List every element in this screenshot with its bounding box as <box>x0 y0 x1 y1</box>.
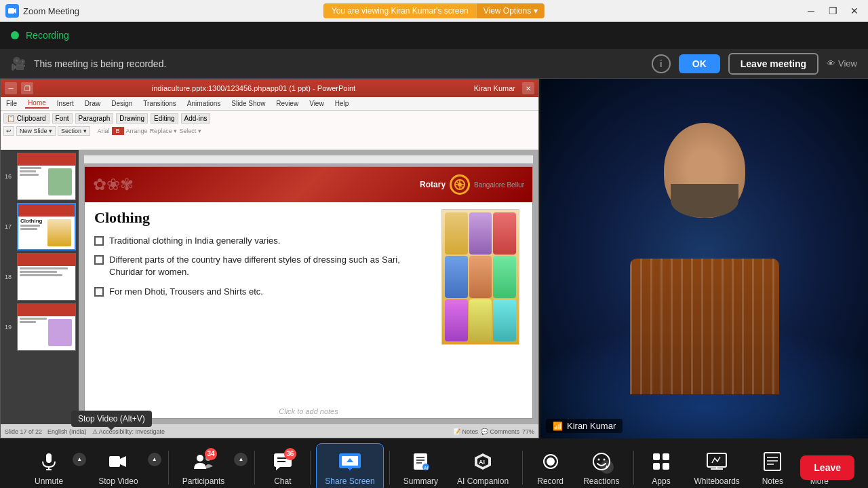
whiteboards-icon <box>705 449 729 474</box>
video-arrow[interactable]: ▲ <box>148 453 161 466</box>
share-screen-button[interactable]: Share Screen <box>316 443 383 489</box>
comments-btn[interactable]: 💬 Comments <box>481 428 519 435</box>
ppt-close[interactable]: ✕ <box>522 82 534 94</box>
reactions-arrow[interactable]: ▲ <box>600 460 614 474</box>
slide-thumb-18[interactable] <box>17 253 76 301</box>
toolbar-clipboard[interactable]: 📋 Clipboard <box>3 113 50 124</box>
svg-rect-41 <box>663 463 669 470</box>
zoom-logo-icon <box>5 4 19 18</box>
slide-thumb-17[interactable]: Clothing <box>17 203 76 250</box>
svg-text:AI: AI <box>424 466 429 470</box>
record-button[interactable]: Record <box>528 444 572 489</box>
svg-marker-1 <box>14 8 16 14</box>
share-screen-label: Share Screen <box>325 476 374 486</box>
apps-button[interactable]: Apps <box>639 444 684 489</box>
participants-arrow[interactable]: ▲ <box>234 453 248 466</box>
ai-companion-button[interactable]: AI AI Companion <box>449 444 517 489</box>
chat-button[interactable]: 36 Chat <box>260 444 304 489</box>
ppt-toolbar: 📋 Clipboard Font Paragraph Drawing Editi… <box>1 111 538 150</box>
ribbon-design[interactable]: Design <box>108 99 135 108</box>
summary-button[interactable]: AI Summary <box>395 444 446 489</box>
ribbon-transitions[interactable]: Transitions <box>140 99 179 108</box>
rotary-subtitle: Bangalore Bellur <box>474 181 524 189</box>
unmute-button[interactable]: Unmute <box>26 444 71 489</box>
record-icon <box>538 449 563 474</box>
svg-rect-45 <box>764 453 781 470</box>
toolbar-paragraph[interactable]: Paragraph <box>75 113 114 124</box>
chat-label: Chat <box>274 476 291 486</box>
divider-6 <box>633 451 634 485</box>
ribbon-file[interactable]: File <box>3 99 20 108</box>
toolbar-addins[interactable]: Add-ins <box>181 113 211 124</box>
notes-label: Notes <box>762 476 783 486</box>
video-panel: 📶 Kiran Kumar <box>540 79 868 438</box>
whiteboards-button[interactable]: Whiteboards <box>686 444 748 489</box>
view-toggle-button[interactable]: 👁 View <box>827 58 857 69</box>
ppt-minimize[interactable]: ─ <box>5 82 17 94</box>
toolbar-undo: ↩ <box>3 126 14 136</box>
ribbon-home[interactable]: Home <box>25 98 49 109</box>
chevron-down-icon: ▾ <box>534 6 538 16</box>
ribbon-slideshow[interactable]: Slide Show <box>229 99 268 108</box>
ribbon-draw[interactable]: Draw <box>82 99 103 108</box>
svg-point-34 <box>547 457 555 466</box>
recording-label: Recording <box>26 30 69 41</box>
stop-video-button[interactable]: Stop Video <box>90 444 146 489</box>
toolbar-editing[interactable]: Editing <box>151 113 178 124</box>
leave-button[interactable]: Leave <box>800 455 854 480</box>
close-button[interactable]: ✕ <box>846 3 863 19</box>
slide-bullet-2: Different parts of the country have diff… <box>94 254 435 278</box>
sari-fig-6 <box>493 256 516 298</box>
minimize-button[interactable]: ─ <box>803 3 819 19</box>
ok-button[interactable]: OK <box>679 54 720 73</box>
shirt-pattern <box>630 259 779 394</box>
checkbox-3 <box>94 287 104 297</box>
sari-fig-5 <box>469 256 492 298</box>
ppt-restore[interactable]: ❐ <box>21 82 33 94</box>
slide-body: Clothing Traditional clothing in India g… <box>85 202 532 352</box>
divider-3 <box>310 451 311 485</box>
svg-rect-0 <box>8 8 14 14</box>
ribbon-animations[interactable]: Animations <box>184 99 223 108</box>
svg-line-8 <box>456 181 458 183</box>
notes-btn[interactable]: 📝 Notes <box>453 428 478 435</box>
participants-button[interactable]: 34 Participants <box>174 444 233 489</box>
ribbon-review[interactable]: Review <box>273 99 301 108</box>
ppt-window: ─ ❐ indiaculture.pptx:1300/123456.phpapp… <box>0 79 539 438</box>
ornament-icon: ✿❀✾ <box>93 175 134 194</box>
ppt-user: Kiran Kumar <box>474 84 515 92</box>
reactions-button[interactable]: ▲ Reactions <box>575 444 627 489</box>
view-options-button[interactable]: View Options ▾ <box>477 3 545 18</box>
toolbar-drawing[interactable]: Drawing <box>116 113 148 124</box>
add-notes-area[interactable]: Click to add notes <box>279 407 338 415</box>
divider-1 <box>168 451 169 485</box>
slide-thumb-19-container: 19 <box>17 303 76 351</box>
divider-4 <box>389 451 390 485</box>
ppt-ribbon: File Home Insert Draw Design Transitions… <box>1 97 538 111</box>
slide-thumb-17-container: 17 Clothing <box>17 203 76 250</box>
svg-rect-39 <box>663 453 669 460</box>
stop-video-label: Stop Video <box>98 476 138 486</box>
participant-name-badge: 📶 Kiran Kumar <box>546 419 623 433</box>
ribbon-view[interactable]: View <box>307 99 327 108</box>
view-icon: 👁 <box>827 58 835 69</box>
svg-point-36 <box>597 458 599 460</box>
sari-fig-9 <box>493 299 516 341</box>
slide-thumb-16[interactable] <box>17 153 76 200</box>
ribbon-help[interactable]: Help <box>332 99 352 108</box>
svg-marker-14 <box>120 456 126 467</box>
restore-button[interactable]: ❐ <box>825 3 841 19</box>
toolbar-font[interactable]: Font <box>52 113 73 124</box>
sari-fig-7 <box>445 299 468 341</box>
toolbar-arrange: Arrange <box>126 128 148 134</box>
notes-button[interactable]: Notes <box>751 444 795 489</box>
leave-meeting-notice-button[interactable]: Leave meeting <box>728 53 818 75</box>
participants-badge: 34 <box>205 448 217 460</box>
info-button[interactable]: i <box>652 54 671 73</box>
ribbon-insert[interactable]: Insert <box>54 99 77 108</box>
slide-thumb-19[interactable] <box>17 303 76 351</box>
toolbar-replace: Replace ▾ <box>150 128 178 134</box>
unmute-arrow[interactable]: ▲ <box>73 453 86 466</box>
toolbar-section: Section ▾ <box>58 126 90 136</box>
slide-thumb-18-container: 18 <box>17 253 76 301</box>
